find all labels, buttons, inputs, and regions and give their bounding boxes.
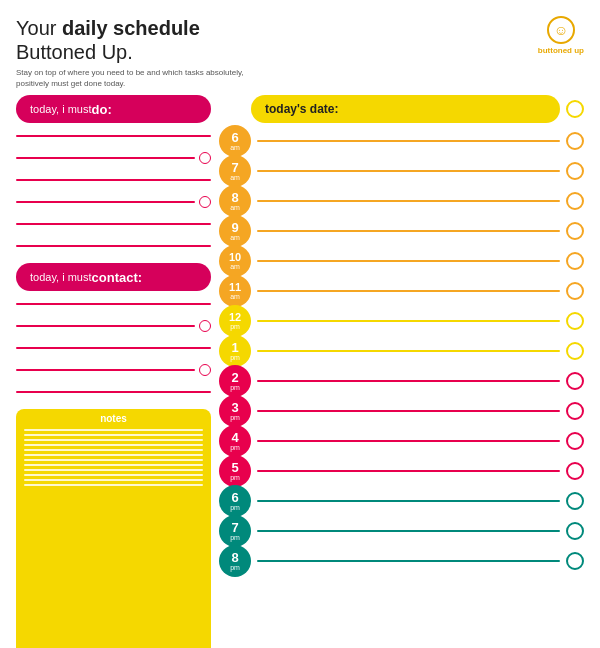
do-line-4[interactable] <box>16 193 211 211</box>
content: today, i must do: <box>16 95 584 648</box>
date-check-circle <box>566 100 584 118</box>
header-left: Your daily schedule Buttoned Up. Stay on… <box>16 16 256 89</box>
brand-logo: ☺ buttoned up <box>538 16 584 55</box>
today-date-bar[interactable]: today's date: <box>251 95 560 123</box>
time-line-6am <box>257 140 560 142</box>
do-line-3[interactable] <box>16 171 211 189</box>
time-line-5pm <box>257 470 560 472</box>
time-bubble-8pm: 8pm <box>219 545 251 577</box>
check-circle-2pm <box>566 372 584 390</box>
time-line-8am <box>257 200 560 202</box>
brand-name: buttoned up <box>538 46 584 55</box>
time-row-5pm: 5pm <box>219 457 584 485</box>
time-row-6pm: 6pm <box>219 487 584 515</box>
contact-bar-3 <box>16 347 211 349</box>
time-bubble-6pm: 6pm <box>219 485 251 517</box>
check-circle-1pm <box>566 342 584 360</box>
time-bubble-8am: 8am <box>219 185 251 217</box>
time-bubble-5pm: 5pm <box>219 455 251 487</box>
contact-line-5[interactable] <box>16 383 211 401</box>
notes-line-9 <box>24 469 203 471</box>
notes-label: notes <box>24 413 203 424</box>
notes-line-2 <box>24 434 203 436</box>
time-line-8pm <box>257 560 560 562</box>
check-circle-8am <box>566 192 584 210</box>
contact-line-3[interactable] <box>16 339 211 357</box>
check-circle-4pm <box>566 432 584 450</box>
time-bubble-6am: 6am <box>219 125 251 157</box>
time-row-7am: 7am <box>219 157 584 185</box>
check-circle-9am <box>566 222 584 240</box>
time-bubble-9am: 9am <box>219 215 251 247</box>
check-circle-3pm <box>566 402 584 420</box>
page: Your daily schedule Buttoned Up. Stay on… <box>0 0 600 648</box>
time-row-7pm: 7pm <box>219 517 584 545</box>
time-bubble-7am: 7am <box>219 155 251 187</box>
do-bar-6 <box>16 245 211 247</box>
contact-bar-5 <box>16 391 211 393</box>
time-line-1pm <box>257 350 560 352</box>
notes-line-5 <box>24 449 203 451</box>
contact-bar-4 <box>16 369 195 371</box>
page-title: Your daily schedule Buttoned Up. <box>16 16 256 64</box>
do-line-6[interactable] <box>16 237 211 255</box>
check-circle-10am <box>566 252 584 270</box>
contact-line-4[interactable] <box>16 361 211 379</box>
check-circle-11am <box>566 282 584 300</box>
time-bubble-7pm: 7pm <box>219 515 251 547</box>
do-line-2[interactable] <box>16 149 211 167</box>
contact-bar-1 <box>16 303 211 305</box>
time-line-9am <box>257 230 560 232</box>
time-line-4pm <box>257 440 560 442</box>
time-rows: 6am7am8am9am10am11am12pm1pm2pm3pm4pm5pm6… <box>219 127 584 577</box>
contact-circle-2 <box>199 320 211 332</box>
time-row-12pm: 12pm <box>219 307 584 335</box>
do-circle-2 <box>199 152 211 164</box>
time-bubble-4pm: 4pm <box>219 425 251 457</box>
time-row-8am: 8am <box>219 187 584 215</box>
contact-line-1[interactable] <box>16 295 211 313</box>
check-circle-6pm <box>566 492 584 510</box>
contact-line-2[interactable] <box>16 317 211 335</box>
notes-line-3 <box>24 439 203 441</box>
do-bar-5 <box>16 223 211 225</box>
do-section-label: today, i must do: <box>16 95 211 123</box>
do-bar-2 <box>16 157 195 159</box>
time-row-6am: 6am <box>219 127 584 155</box>
notes-line-1 <box>24 429 203 431</box>
notes-line-7 <box>24 459 203 461</box>
header: Your daily schedule Buttoned Up. Stay on… <box>16 16 584 89</box>
do-line-5[interactable] <box>16 215 211 233</box>
do-line-1[interactable] <box>16 127 211 145</box>
time-row-4pm: 4pm <box>219 427 584 455</box>
time-bubble-12pm: 12pm <box>219 305 251 337</box>
notes-line-10 <box>24 474 203 476</box>
time-bubble-2pm: 2pm <box>219 365 251 397</box>
notes-line-6 <box>24 454 203 456</box>
time-line-3pm <box>257 410 560 412</box>
brand-icon: ☺ <box>547 16 575 44</box>
time-bubble-11am: 11am <box>219 275 251 307</box>
contact-bar-2 <box>16 325 195 327</box>
time-row-2pm: 2pm <box>219 367 584 395</box>
do-bar-1 <box>16 135 211 137</box>
time-row-3pm: 3pm <box>219 397 584 425</box>
right-panel: today's date: 6am7am8am9am10am11am12pm1p… <box>219 95 584 648</box>
check-circle-6am <box>566 132 584 150</box>
time-bubble-3pm: 3pm <box>219 395 251 427</box>
check-circle-8pm <box>566 552 584 570</box>
do-circle-4 <box>199 196 211 208</box>
date-row: today's date: <box>219 95 584 123</box>
time-bubble-1pm: 1pm <box>219 335 251 367</box>
time-row-10am: 10am <box>219 247 584 275</box>
notes-line-12 <box>24 484 203 486</box>
check-circle-7am <box>566 162 584 180</box>
notes-line-4 <box>24 444 203 446</box>
time-line-2pm <box>257 380 560 382</box>
notes-box: notes <box>16 409 211 648</box>
time-line-6pm <box>257 500 560 502</box>
notes-line-11 <box>24 479 203 481</box>
notes-line-8 <box>24 464 203 466</box>
time-row-1pm: 1pm <box>219 337 584 365</box>
time-row-8pm: 8pm <box>219 547 584 575</box>
